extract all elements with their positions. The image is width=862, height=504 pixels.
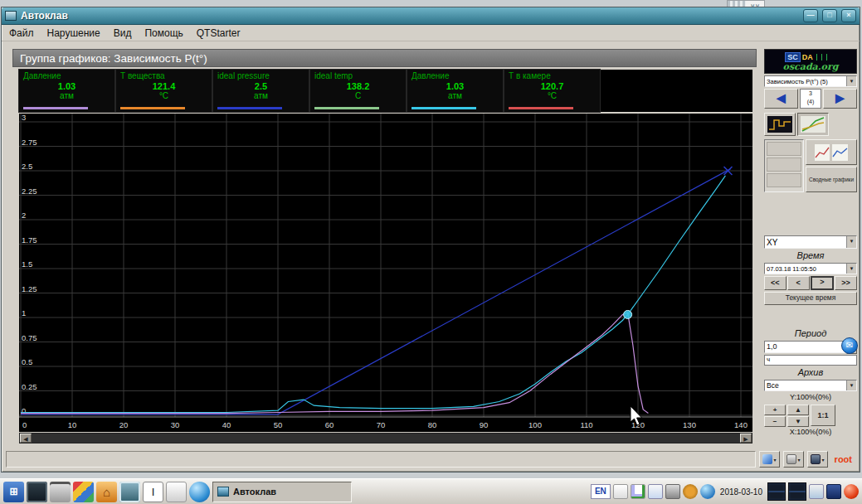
- svg-text:2.5: 2.5: [22, 162, 32, 171]
- maximize-button[interactable]: □: [822, 9, 837, 22]
- menu-violation[interactable]: Нарушение: [47, 27, 100, 39]
- keyboard-layout-indicator[interactable]: EN: [591, 484, 611, 499]
- printer-launcher-icon[interactable]: [50, 482, 71, 502]
- summary-graphs-button[interactable]: Сводные графики: [806, 167, 857, 192]
- taskbar-task-autoclave[interactable]: Автоклав: [212, 482, 352, 502]
- mode-select-combo[interactable]: XY ▼: [764, 235, 857, 249]
- horizontal-scrollbar[interactable]: ◀ ▶: [19, 433, 752, 443]
- settings-tray-icon[interactable]: [683, 484, 698, 499]
- trend-icon: [767, 116, 792, 133]
- next-graph-button[interactable]: ▶: [823, 89, 857, 109]
- combo-arrow-icon[interactable]: ▼: [846, 76, 856, 86]
- export-button[interactable]: ▾: [807, 451, 828, 468]
- paint-launcher-icon[interactable]: [73, 482, 94, 502]
- combo-arrow-icon[interactable]: ▼: [846, 380, 856, 390]
- oscada-url: oscada.org: [783, 62, 839, 71]
- page-current: 3: [801, 90, 821, 98]
- time-step-buttons: << < > >>: [764, 276, 857, 290]
- graph-select-combo[interactable]: Зависимость P(t°) (5) ▼: [764, 75, 857, 87]
- prev-graph-button[interactable]: ◀: [764, 89, 798, 109]
- svg-text:40: 40: [222, 420, 231, 429]
- mini-graphs-button[interactable]: [806, 139, 857, 165]
- qtstarter-float-button[interactable]: ✉: [841, 337, 858, 354]
- legend-item-ideal-pressure[interactable]: ideal pressure 2.5 атм: [213, 70, 309, 112]
- scroll-left-icon[interactable]: ◀: [20, 434, 32, 443]
- legend-item-pressure-1[interactable]: Давление 1.03 атм: [19, 70, 114, 112]
- power-tray-icon[interactable]: [844, 484, 859, 499]
- alarm-quittance-button[interactable]: ▾: [759, 451, 780, 468]
- text-editor-icon[interactable]: I: [143, 482, 163, 502]
- graph-list-group: Сводные графики: [764, 139, 857, 192]
- legend-value: 120.7: [509, 81, 596, 91]
- titlebar[interactable]: Автоклав — □ ×: [2, 7, 860, 25]
- dropdown-arrow-icon: ▾: [822, 457, 825, 463]
- chart-canvas[interactable]: 00.250.50.7511.251.51.7522.252.52.753010…: [19, 114, 752, 432]
- qt-launcher-icon[interactable]: [189, 482, 210, 502]
- legend-value: 138.2: [314, 81, 402, 91]
- combo-arrow-icon[interactable]: ▼: [846, 264, 856, 274]
- trend-view-button[interactable]: [764, 113, 796, 136]
- menu-file[interactable]: Файл: [9, 27, 34, 39]
- pan-up-down: ▲ ▼: [787, 405, 809, 426]
- zoom-out-button[interactable]: −: [764, 416, 786, 427]
- time-combo[interactable]: 07.03.18 11:05:50 ▼: [764, 263, 857, 274]
- svg-text:110: 110: [580, 420, 592, 429]
- legend-item-ideal-temp[interactable]: ideal temp 138.2 C: [310, 70, 406, 112]
- graph-list[interactable]: [764, 139, 804, 192]
- legend-item-pressure-2[interactable]: Давление 1.03 атм: [407, 70, 503, 112]
- notes-tray-icon[interactable]: [613, 484, 628, 499]
- period-value[interactable]: 1,0: [764, 341, 846, 353]
- desktop-monitor-icon[interactable]: [27, 482, 47, 502]
- close-button[interactable]: ×: [841, 9, 856, 22]
- pan-down-button[interactable]: ▼: [787, 416, 809, 427]
- legend-unit: атм: [412, 91, 499, 100]
- chart-tray-icon[interactable]: [631, 484, 645, 499]
- network-tray-icon[interactable]: [700, 484, 715, 499]
- printer-tray-icon[interactable]: [665, 484, 680, 499]
- scroll-right-icon[interactable]: ▶: [740, 434, 752, 443]
- menu-help[interactable]: Помощь: [144, 27, 183, 39]
- page-total: (4): [801, 98, 821, 106]
- svg-text:70: 70: [377, 420, 386, 429]
- legend-name: Т в камере: [509, 71, 596, 80]
- menu-qtstarter[interactable]: QTStarter: [197, 27, 241, 39]
- svg-text:1: 1: [22, 308, 26, 317]
- home-folder-icon[interactable]: ⌂: [96, 482, 117, 502]
- step-last-button[interactable]: >>: [835, 276, 857, 290]
- legend-item-chamber-temp[interactable]: Т в камере 120.7 °C: [504, 70, 600, 112]
- period-unit-field[interactable]: ч: [764, 355, 857, 366]
- start-menu-icon[interactable]: ⊞: [3, 482, 24, 502]
- clock-date[interactable]: 2018-03-10: [718, 487, 765, 497]
- print-button[interactable]: ▾: [783, 451, 804, 468]
- archive-combo[interactable]: Все ▼: [764, 380, 857, 391]
- xy-view-button[interactable]: [797, 113, 829, 136]
- graph-list-buttons: Сводные графики: [806, 139, 857, 192]
- system-tray: EN 2018-03-10: [591, 482, 859, 501]
- step-first-button[interactable]: <<: [764, 276, 787, 290]
- scroll-track[interactable]: [32, 434, 740, 443]
- one-to-one-button[interactable]: 1:1: [811, 405, 835, 426]
- pan-up-button[interactable]: ▲: [787, 405, 809, 415]
- document-launcher-icon[interactable]: [166, 482, 187, 502]
- screen-launcher-icon[interactable]: [119, 482, 140, 502]
- zoom-in-button[interactable]: +: [764, 405, 786, 415]
- mail-tray-icon[interactable]: [648, 484, 663, 499]
- current-time-button[interactable]: Текущее время: [764, 292, 857, 305]
- step-next-button[interactable]: >: [811, 276, 835, 290]
- battery-tray-icon[interactable]: [809, 484, 824, 499]
- legend-item-substance-temp[interactable]: Т вещества 121.4 °C: [116, 70, 212, 112]
- minimize-button[interactable]: —: [803, 9, 818, 22]
- legend-value: 1.03: [23, 81, 110, 91]
- applet-tray-icon[interactable]: [826, 484, 841, 499]
- desktop: ∨∨ Автоклав — □ × Файл Нарушение Вид Пом…: [0, 0, 862, 504]
- legend-color-bar: [120, 107, 185, 109]
- combo-arrow-icon[interactable]: ▼: [846, 236, 856, 248]
- dropdown-arrow-icon: ▾: [774, 457, 777, 463]
- legend-name: Т вещества: [120, 71, 207, 80]
- clock-hours-tile[interactable]: [767, 482, 786, 501]
- clock-minutes-tile[interactable]: [788, 482, 806, 501]
- menu-view[interactable]: Вид: [114, 27, 132, 39]
- legend-unit: атм: [23, 91, 110, 100]
- step-prev-button[interactable]: <: [787, 276, 810, 290]
- svg-text:80: 80: [428, 420, 437, 429]
